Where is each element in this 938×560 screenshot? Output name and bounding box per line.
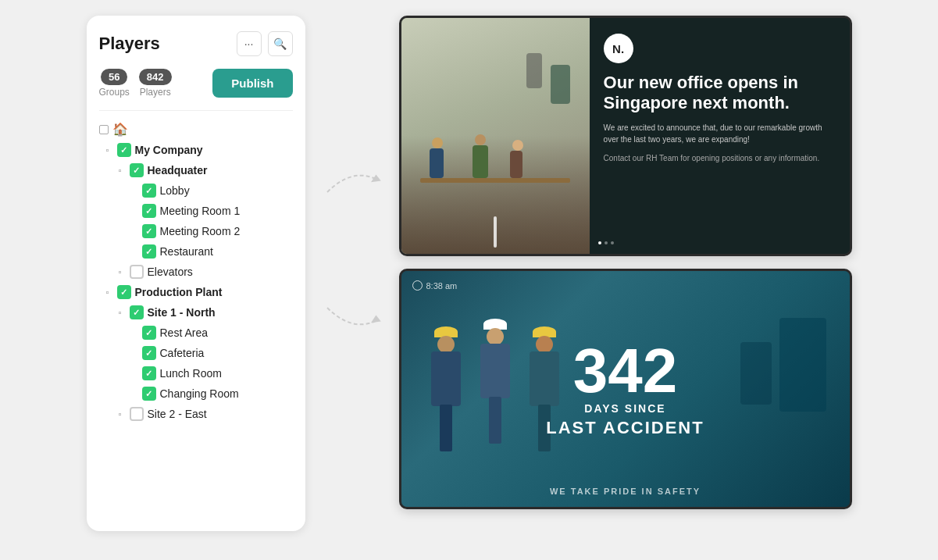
office-person-1	[430, 148, 444, 178]
tree-item-cafeteria[interactable]: Cafeteria	[99, 343, 293, 363]
torso-1	[431, 351, 461, 406]
preview-panels: N. Our new office opens in Singapore nex…	[399, 16, 852, 509]
office-image	[401, 18, 590, 254]
header-icons: ··· 🔍	[237, 31, 293, 56]
tree-item-elevators[interactable]: ▫ Elevators	[99, 262, 293, 282]
equipment-bg-2	[740, 342, 772, 405]
office-person-2	[473, 145, 488, 178]
tree-item-site-1-north[interactable]: ▫ Site 1 - North	[99, 302, 293, 323]
safety-footer: WE TAKE PRIDE IN SAFETY	[401, 487, 850, 496]
collapse-icon-elev[interactable]: ▫	[115, 266, 126, 277]
players-count: 842	[139, 69, 172, 85]
tree-item-changing-room[interactable]: Changing Room	[99, 383, 293, 404]
head-2	[487, 328, 504, 345]
progress-bar	[494, 216, 497, 248]
checkbox-headquater[interactable]	[130, 163, 144, 177]
groups-count: 56	[101, 69, 127, 85]
collapse-icon-pp[interactable]: ▫	[102, 287, 113, 298]
tree-item-production-plant[interactable]: ▫ Production Plant	[99, 282, 293, 302]
preview-card-office: N. Our new office opens in Singapore nex…	[399, 16, 852, 256]
slide-indicators	[598, 241, 614, 244]
slide-dot-2	[605, 241, 608, 244]
item-label-elevators: Elevators	[148, 266, 193, 278]
groups-label: Groups	[99, 87, 130, 98]
arrows-container	[321, 16, 383, 531]
workers-group	[425, 326, 566, 451]
checkbox-site-2-east[interactable]	[130, 407, 144, 421]
preview-cta: Contact our RH Team for opening position…	[604, 153, 836, 164]
tree-container: 🏠 ▫ My Company ▫ Headquater Lobby	[99, 119, 293, 424]
tree-item-meeting-room-2[interactable]: Meeting Room 2	[99, 221, 293, 241]
item-label-changing-room: Changing Room	[160, 387, 239, 400]
company-logo: N.	[604, 34, 633, 63]
office-table	[420, 178, 571, 183]
checkbox-my-company[interactable]	[117, 143, 131, 157]
collapse-icon-s1n[interactable]: ▫	[115, 307, 126, 318]
collapse-icon-hq[interactable]: ▫	[115, 165, 126, 176]
tree-item-my-company[interactable]: ▫ My Company	[99, 140, 293, 160]
person-body-3	[510, 151, 522, 178]
slide-dot-3	[611, 241, 614, 244]
preview-card-safety: 8:38 am	[399, 269, 852, 509]
checkbox-cafeteria[interactable]	[142, 346, 156, 360]
divider	[99, 110, 293, 111]
safety-number: 342	[546, 340, 704, 402]
safety-accident: LAST ACCIDENT	[546, 418, 704, 438]
search-icon: 🔍	[273, 37, 287, 50]
item-label-cafeteria: Cafeteria	[160, 347, 205, 359]
checkbox-meeting-room-1[interactable]	[142, 204, 156, 218]
stats-row: 56 Groups 842 Players Publish	[99, 69, 293, 98]
checkbox-site-1-north[interactable]	[130, 305, 144, 319]
tree-item-rest-area[interactable]: Rest Area	[99, 323, 293, 343]
doc-icon	[99, 125, 109, 134]
head-1	[437, 336, 455, 353]
tree-item-lobby[interactable]: Lobby	[99, 180, 293, 201]
safety-days: DAYS SINCE	[546, 402, 704, 415]
tree-root: 🏠	[99, 119, 293, 140]
checkbox-meeting-room-2[interactable]	[142, 224, 156, 238]
time-display: 8:38 am	[426, 281, 458, 291]
checkbox-changing-room[interactable]	[142, 387, 156, 401]
office-content: N. Our new office opens in Singapore nex…	[590, 18, 850, 254]
tree-item-meeting-room-1[interactable]: Meeting Room 1	[99, 201, 293, 221]
torso-2	[480, 344, 510, 398]
collapse-icon-s2e[interactable]: ▫	[115, 408, 126, 419]
checkbox-production-plant[interactable]	[117, 285, 131, 299]
players-stat: 842 Players	[139, 69, 172, 98]
players-panel: Players ··· 🔍 56 Groups 842 Players Publ…	[87, 16, 305, 531]
office-person-3	[510, 151, 522, 178]
item-label-production-plant: Production Plant	[135, 286, 223, 298]
home-icon: 🏠	[112, 122, 128, 137]
item-label-restaurant: Restaurant	[160, 245, 213, 258]
checkbox-restaurant[interactable]	[142, 244, 156, 259]
publish-button[interactable]: Publish	[212, 69, 292, 98]
industrial-scene: 8:38 am	[401, 271, 850, 507]
item-label-meeting-room-2: Meeting Room 2	[160, 225, 241, 237]
safety-stats: 342 DAYS SINCE LAST ACCIDENT	[546, 340, 704, 438]
preview-body: We are excited to announce that, due to …	[604, 122, 836, 145]
tree-item-restaurant[interactable]: Restaurant	[99, 241, 293, 262]
person-body-2	[473, 145, 488, 178]
item-label-headquater: Headquater	[148, 164, 208, 177]
svg-marker-1	[371, 316, 381, 323]
slide-dot-1	[598, 241, 601, 244]
item-label-site-1-north: Site 1 - North	[148, 306, 216, 319]
collapse-icon[interactable]: ▫	[102, 144, 113, 155]
more-options-button[interactable]: ···	[237, 31, 262, 56]
time-badge: 8:38 am	[412, 280, 458, 291]
item-label-meeting-room-1: Meeting Room 1	[160, 205, 241, 217]
tree-item-headquater[interactable]: ▫ Headquater	[99, 160, 293, 180]
tree-item-lunch-room[interactable]: Lunch Room	[99, 363, 293, 383]
checkbox-rest-area[interactable]	[142, 326, 156, 340]
checkbox-elevators[interactable]	[130, 265, 144, 279]
arrow-bottom	[321, 297, 383, 344]
checkbox-lunch-room[interactable]	[142, 366, 156, 380]
panel-header: Players ··· 🔍	[99, 31, 293, 56]
equipment-bg	[779, 318, 826, 412]
search-button[interactable]: 🔍	[268, 31, 293, 56]
tree-item-site-2-east[interactable]: ▫ Site 2 - East	[99, 404, 293, 424]
checkbox-lobby[interactable]	[142, 184, 156, 198]
item-label-lobby: Lobby	[160, 184, 190, 197]
person-body-1	[430, 148, 444, 178]
clock-icon	[412, 280, 423, 291]
